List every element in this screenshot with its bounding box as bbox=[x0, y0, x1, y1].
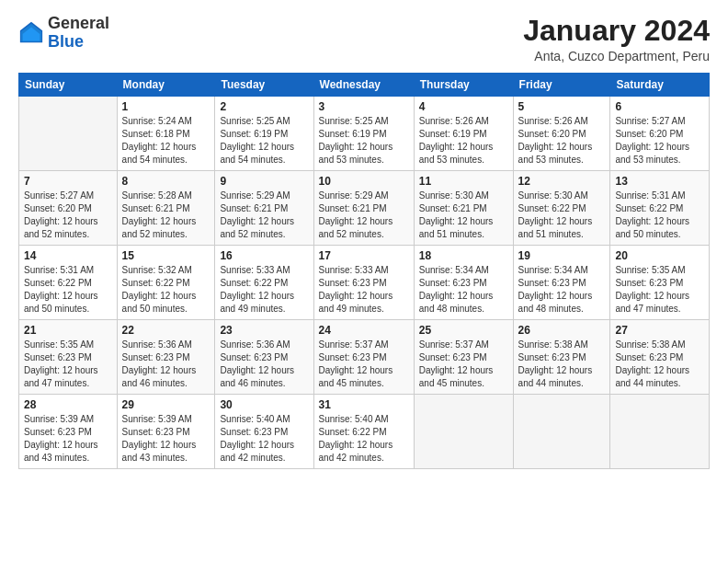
table-row: 20Sunrise: 5:35 AMSunset: 6:23 PMDayligh… bbox=[610, 246, 710, 320]
table-row: 3Sunrise: 5:25 AMSunset: 6:19 PMDaylight… bbox=[313, 97, 414, 171]
table-row: 13Sunrise: 5:31 AMSunset: 6:22 PMDayligh… bbox=[610, 171, 710, 246]
table-row bbox=[610, 395, 710, 469]
day-info: Sunrise: 5:29 AMSunset: 6:21 PMDaylight:… bbox=[220, 190, 308, 241]
day-number: 8 bbox=[122, 175, 210, 188]
day-info: Sunrise: 5:25 AMSunset: 6:19 PMDaylight:… bbox=[220, 115, 308, 167]
day-number: 13 bbox=[615, 175, 704, 188]
day-number: 24 bbox=[319, 324, 409, 337]
day-number: 11 bbox=[419, 175, 508, 188]
day-info: Sunrise: 5:28 AMSunset: 6:21 PMDaylight:… bbox=[122, 190, 210, 241]
header-row: Sunday Monday Tuesday Wednesday Thursday… bbox=[19, 74, 710, 97]
calendar-header: Sunday Monday Tuesday Wednesday Thursday… bbox=[19, 74, 710, 97]
day-info: Sunrise: 5:33 AMSunset: 6:23 PMDaylight:… bbox=[319, 264, 409, 316]
day-info: Sunrise: 5:24 AMSunset: 6:18 PMDaylight:… bbox=[122, 115, 210, 167]
day-info: Sunrise: 5:35 AMSunset: 6:23 PMDaylight:… bbox=[24, 339, 112, 390]
table-row: 19Sunrise: 5:34 AMSunset: 6:23 PMDayligh… bbox=[513, 246, 610, 320]
day-info: Sunrise: 5:36 AMSunset: 6:23 PMDaylight:… bbox=[122, 339, 210, 390]
day-info: Sunrise: 5:32 AMSunset: 6:22 PMDaylight:… bbox=[122, 264, 210, 316]
day-number: 15 bbox=[122, 249, 210, 262]
page: General Blue January 2024 Anta, Cuzco De… bbox=[0, 0, 728, 563]
day-info: Sunrise: 5:34 AMSunset: 6:23 PMDaylight:… bbox=[518, 264, 606, 316]
day-number: 14 bbox=[24, 249, 112, 262]
day-info: Sunrise: 5:27 AMSunset: 6:20 PMDaylight:… bbox=[24, 190, 112, 241]
day-number: 25 bbox=[419, 324, 508, 337]
table-row: 10Sunrise: 5:29 AMSunset: 6:21 PMDayligh… bbox=[313, 171, 414, 246]
day-number: 3 bbox=[319, 100, 409, 113]
table-row bbox=[513, 395, 610, 469]
header-thursday: Thursday bbox=[414, 74, 513, 97]
calendar-body: 1Sunrise: 5:24 AMSunset: 6:18 PMDaylight… bbox=[19, 97, 710, 469]
day-info: Sunrise: 5:31 AMSunset: 6:22 PMDaylight:… bbox=[615, 190, 704, 241]
table-row: 29Sunrise: 5:39 AMSunset: 6:23 PMDayligh… bbox=[117, 395, 215, 469]
header: General Blue January 2024 Anta, Cuzco De… bbox=[18, 15, 710, 63]
day-number: 7 bbox=[24, 175, 112, 188]
calendar: Sunday Monday Tuesday Wednesday Thursday… bbox=[18, 73, 710, 469]
table-row: 22Sunrise: 5:36 AMSunset: 6:23 PMDayligh… bbox=[117, 320, 215, 395]
logo-text: General Blue bbox=[48, 15, 109, 52]
day-info: Sunrise: 5:26 AMSunset: 6:20 PMDaylight:… bbox=[518, 115, 606, 167]
calendar-week-5: 28Sunrise: 5:39 AMSunset: 6:23 PMDayligh… bbox=[19, 395, 710, 469]
day-info: Sunrise: 5:38 AMSunset: 6:23 PMDaylight:… bbox=[518, 339, 606, 390]
day-info: Sunrise: 5:37 AMSunset: 6:23 PMDaylight:… bbox=[319, 339, 409, 390]
header-monday: Monday bbox=[117, 74, 215, 97]
day-number: 4 bbox=[419, 100, 508, 113]
day-number: 9 bbox=[220, 175, 308, 188]
logo-blue: Blue bbox=[48, 32, 84, 51]
logo: General Blue bbox=[18, 15, 109, 52]
logo-general: General bbox=[48, 14, 109, 32]
table-row: 24Sunrise: 5:37 AMSunset: 6:23 PMDayligh… bbox=[313, 320, 414, 395]
title-block: January 2024 Anta, Cuzco Department, Per… bbox=[523, 15, 710, 63]
day-number: 20 bbox=[615, 249, 704, 262]
day-number: 17 bbox=[319, 249, 409, 262]
day-info: Sunrise: 5:40 AMSunset: 6:22 PMDaylight:… bbox=[319, 413, 409, 465]
table-row: 27Sunrise: 5:38 AMSunset: 6:23 PMDayligh… bbox=[610, 320, 710, 395]
day-number: 16 bbox=[220, 249, 308, 262]
day-number: 22 bbox=[122, 324, 210, 337]
table-row: 12Sunrise: 5:30 AMSunset: 6:22 PMDayligh… bbox=[513, 171, 610, 246]
day-info: Sunrise: 5:37 AMSunset: 6:23 PMDaylight:… bbox=[419, 339, 508, 390]
calendar-week-2: 7Sunrise: 5:27 AMSunset: 6:20 PMDaylight… bbox=[19, 171, 710, 246]
day-number: 10 bbox=[319, 175, 409, 188]
table-row bbox=[414, 395, 513, 469]
day-info: Sunrise: 5:25 AMSunset: 6:19 PMDaylight:… bbox=[319, 115, 409, 167]
day-number: 29 bbox=[122, 398, 210, 411]
table-row: 30Sunrise: 5:40 AMSunset: 6:23 PMDayligh… bbox=[215, 395, 313, 469]
table-row: 4Sunrise: 5:26 AMSunset: 6:19 PMDaylight… bbox=[414, 97, 513, 171]
day-info: Sunrise: 5:39 AMSunset: 6:23 PMDaylight:… bbox=[24, 413, 112, 465]
header-wednesday: Wednesday bbox=[313, 74, 414, 97]
day-info: Sunrise: 5:30 AMSunset: 6:21 PMDaylight:… bbox=[419, 190, 508, 241]
calendar-week-1: 1Sunrise: 5:24 AMSunset: 6:18 PMDaylight… bbox=[19, 97, 710, 171]
table-row: 16Sunrise: 5:33 AMSunset: 6:22 PMDayligh… bbox=[215, 246, 313, 320]
day-number: 2 bbox=[220, 100, 308, 113]
table-row: 8Sunrise: 5:28 AMSunset: 6:21 PMDaylight… bbox=[117, 171, 215, 246]
day-info: Sunrise: 5:34 AMSunset: 6:23 PMDaylight:… bbox=[419, 264, 508, 316]
header-friday: Friday bbox=[513, 74, 610, 97]
day-number: 23 bbox=[220, 324, 308, 337]
day-number: 27 bbox=[615, 324, 704, 337]
day-info: Sunrise: 5:30 AMSunset: 6:22 PMDaylight:… bbox=[518, 190, 606, 241]
day-number: 28 bbox=[24, 398, 112, 411]
header-sunday: Sunday bbox=[19, 74, 118, 97]
day-number: 21 bbox=[24, 324, 112, 337]
day-info: Sunrise: 5:26 AMSunset: 6:19 PMDaylight:… bbox=[419, 115, 508, 167]
day-info: Sunrise: 5:39 AMSunset: 6:23 PMDaylight:… bbox=[122, 413, 210, 465]
day-number: 5 bbox=[518, 100, 606, 113]
table-row: 5Sunrise: 5:26 AMSunset: 6:20 PMDaylight… bbox=[513, 97, 610, 171]
table-row: 28Sunrise: 5:39 AMSunset: 6:23 PMDayligh… bbox=[19, 395, 118, 469]
table-row: 23Sunrise: 5:36 AMSunset: 6:23 PMDayligh… bbox=[215, 320, 313, 395]
table-row: 11Sunrise: 5:30 AMSunset: 6:21 PMDayligh… bbox=[414, 171, 513, 246]
day-info: Sunrise: 5:29 AMSunset: 6:21 PMDaylight:… bbox=[319, 190, 409, 241]
calendar-week-4: 21Sunrise: 5:35 AMSunset: 6:23 PMDayligh… bbox=[19, 320, 710, 395]
day-number: 26 bbox=[518, 324, 606, 337]
table-row: 18Sunrise: 5:34 AMSunset: 6:23 PMDayligh… bbox=[414, 246, 513, 320]
table-row: 17Sunrise: 5:33 AMSunset: 6:23 PMDayligh… bbox=[313, 246, 414, 320]
day-info: Sunrise: 5:38 AMSunset: 6:23 PMDaylight:… bbox=[615, 339, 704, 390]
header-tuesday: Tuesday bbox=[215, 74, 313, 97]
table-row: 1Sunrise: 5:24 AMSunset: 6:18 PMDaylight… bbox=[117, 97, 215, 171]
table-row: 21Sunrise: 5:35 AMSunset: 6:23 PMDayligh… bbox=[19, 320, 118, 395]
main-title: January 2024 bbox=[523, 15, 710, 47]
day-number: 6 bbox=[615, 100, 704, 113]
day-number: 30 bbox=[220, 398, 308, 411]
table-row bbox=[19, 97, 118, 171]
table-row: 6Sunrise: 5:27 AMSunset: 6:20 PMDaylight… bbox=[610, 97, 710, 171]
